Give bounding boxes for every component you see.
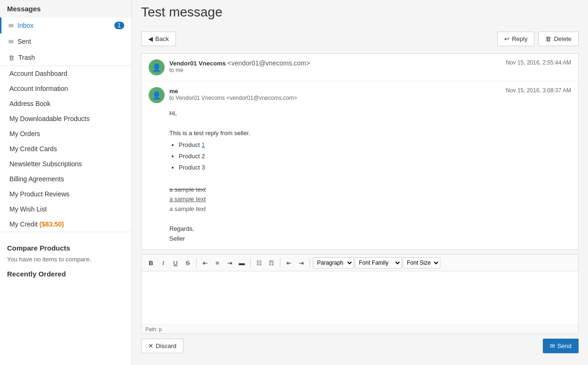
sample-text-1: a sample text [169, 185, 571, 195]
message-header: 👤 Vendor01 Vnecoms <vendor01@vnecoms.com… [149, 59, 571, 75]
back-arrow-icon: ◀ [148, 35, 153, 42]
avatar-icon: 👤 [152, 63, 161, 72]
reply-icon: ↩ [504, 35, 509, 42]
action-bar: ◀ Back ↩ Reply 🗑 Delete [141, 27, 579, 51]
toolbar-separator [196, 258, 197, 268]
inbox-badge: 1 [114, 22, 124, 29]
sidebar-item-address-book[interactable]: Address Book [0, 96, 131, 111]
message-recipient: to Vendor01 Vnecoms <vendor01@vnecoms.co… [169, 95, 501, 101]
font-family-select[interactable]: Font Family [355, 257, 402, 268]
avatar: 👤 [149, 59, 165, 75]
list-item: Product 1 [179, 140, 571, 150]
bold-button[interactable]: B [145, 257, 157, 268]
sample-text-3: a sample text [169, 204, 571, 214]
message-header: 👤 me to Vendor01 Vnecoms <vendor01@vneco… [149, 87, 571, 103]
trash-label: Trash [18, 54, 35, 61]
underline-button[interactable]: U [170, 257, 181, 268]
avatar: 👤 [149, 87, 165, 103]
send-button[interactable]: ✉ Send [543, 339, 579, 353]
sidebar-item-billing-agreements[interactable]: Billing Agreements [0, 171, 131, 187]
compare-products-block: Compare Products You have no items to co… [0, 237, 131, 270]
sidebar-item-product-reviews[interactable]: My Product Reviews [0, 187, 131, 202]
sidebar-item-wish-list[interactable]: My Wish List [0, 202, 131, 217]
sender-name: me [169, 88, 178, 95]
sidebar-item-account-dashboard[interactable]: Account Dashboard [0, 66, 131, 81]
paragraph-select[interactable]: Paragraph [313, 257, 354, 268]
message-greeting: Hi, [169, 109, 571, 119]
messages-section: Messages ✉ Inbox 1 ✉ Sent 🗑 Trash [0, 0, 131, 66]
right-actions: ↩ Reply 🗑 Delete [497, 32, 579, 46]
sidebar-item-newsletter-subscriptions[interactable]: Newsletter Subscriptions [0, 156, 131, 171]
message-item: 👤 me to Vendor01 Vnecoms <vendor01@vneco… [142, 81, 578, 249]
outdent-button[interactable]: ⇤ [283, 257, 294, 268]
delete-icon: 🗑 [545, 35, 551, 42]
trash-icon: 🗑 [8, 54, 15, 61]
italic-button[interactable]: I [158, 257, 169, 268]
toolbar-separator [280, 258, 280, 268]
sender-info: me [169, 87, 501, 95]
sidebar: Messages ✉ Inbox 1 ✉ Sent 🗑 Trash Accoun… [0, 0, 132, 365]
message-meta: me to Vendor01 Vnecoms <vendor01@vnecoms… [169, 87, 501, 101]
avatar-icon: 👤 [152, 91, 161, 100]
sidebar-item-my-credit[interactable]: My Credit ($83.50) [0, 217, 131, 232]
bottom-actions: ✕ Discard ✉ Send [141, 334, 579, 358]
message-intro: This is a test reply from seller. [169, 129, 571, 138]
recently-ordered-block: Recently Ordered [0, 270, 131, 283]
message-meta: Vendor01 Vnecoms <vendor01@vnecoms.com> … [169, 59, 501, 73]
list-item: Product 2 [179, 152, 571, 162]
discard-icon: ✕ [148, 342, 153, 349]
editor-toolbar: B I U S ⇤ ≡ ⇥ ▬ ☷ ☶ ⇤ ⇥ Paragraph [142, 255, 578, 271]
list-item: Product 3 [179, 163, 571, 173]
editor-path: Path: p [142, 324, 578, 333]
font-size-select[interactable]: Font Size [403, 257, 440, 268]
indent-button[interactable]: ⇥ [295, 257, 307, 268]
send-icon: ✉ [550, 342, 555, 349]
sent-label: Sent [17, 38, 31, 45]
message-recipient: to me [169, 67, 501, 73]
ordered-list-button[interactable]: ☶ [266, 257, 277, 268]
align-left-button[interactable]: ⇤ [199, 257, 211, 268]
message-item: 👤 Vendor01 Vnecoms <vendor01@vnecoms.com… [142, 54, 578, 81]
sidebar-item-account-information[interactable]: Account Information [0, 81, 131, 96]
sample-text-2: a sample text [169, 195, 571, 204]
product-list: Product 1 Product 2 Product 3 [179, 140, 571, 172]
align-right-button[interactable]: ⇥ [224, 257, 235, 268]
toolbar-separator [310, 258, 310, 268]
reply-button[interactable]: ↩ Reply [497, 32, 534, 46]
sent-icon: ✉ [8, 38, 14, 45]
message-thread: 👤 Vendor01 Vnecoms <vendor01@vnecoms.com… [141, 53, 579, 250]
unordered-list-button[interactable]: ☷ [254, 257, 265, 268]
align-center-button[interactable]: ≡ [212, 257, 223, 268]
sidebar-item-credit-cards[interactable]: My Credit Cards [0, 141, 131, 156]
sender-name: Vendor01 Vnecoms [169, 60, 226, 67]
product-1-link[interactable]: 1 [201, 141, 205, 148]
toolbar-separator [250, 258, 251, 268]
recently-ordered-title: Recently Ordered [7, 270, 124, 278]
sender-email: <vendor01@vnecoms.com> [228, 59, 310, 67]
sidebar-item-downloadable-products[interactable]: My Downloadable Products [0, 111, 131, 126]
reply-editor: B I U S ⇤ ≡ ⇥ ▬ ☷ ☶ ⇤ ⇥ Paragraph [141, 254, 579, 334]
discard-button[interactable]: ✕ Discard [141, 339, 183, 353]
align-justify-button[interactable]: ▬ [236, 257, 247, 268]
sidebar-item-inbox[interactable]: ✉ Inbox 1 [0, 17, 131, 33]
message-closing-name: Seller [169, 234, 571, 244]
strikethrough-button[interactable]: S [182, 257, 193, 268]
sidebar-item-trash[interactable]: 🗑 Trash [0, 49, 131, 65]
sidebar-item-my-orders[interactable]: My Orders [0, 126, 131, 141]
credit-amount: ($83.50) [40, 220, 64, 228]
account-nav-section: Account Dashboard Account Information Ad… [0, 66, 131, 232]
page-title: Test message [141, 5, 579, 20]
editor-textarea[interactable] [142, 271, 578, 323]
messages-heading: Messages [0, 0, 131, 17]
message-date: Nov 15, 2016, 3:08:37 AM [506, 87, 571, 94]
sender-info: Vendor01 Vnecoms <vendor01@vnecoms.com> [169, 59, 501, 67]
message-body: Hi, This is a test reply from seller. Pr… [149, 109, 571, 243]
compare-products-text: You have no items to compare. [7, 256, 124, 263]
main-content: Test message ◀ Back ↩ Reply 🗑 Delete [132, 0, 588, 365]
inbox-label: Inbox [17, 22, 33, 29]
back-button[interactable]: ◀ Back [141, 32, 176, 46]
sidebar-item-sent[interactable]: ✉ Sent [0, 33, 131, 49]
delete-button[interactable]: 🗑 Delete [538, 32, 579, 46]
inbox-icon: ✉ [8, 22, 14, 29]
compare-products-title: Compare Products [7, 244, 124, 252]
